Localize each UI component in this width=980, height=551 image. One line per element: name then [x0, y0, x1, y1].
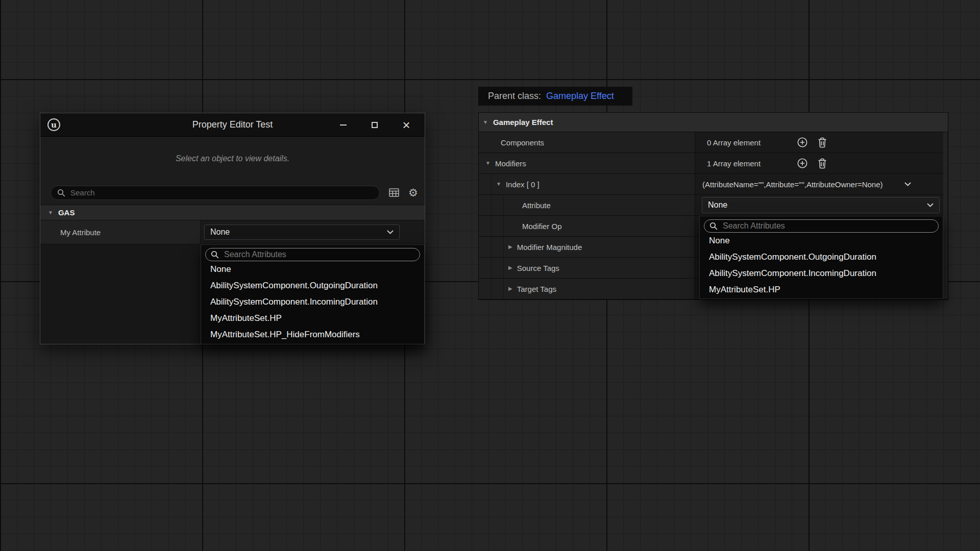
row-label-cell: Attribute — [479, 195, 695, 215]
row-my-attribute: My Attribute None — [40, 220, 425, 244]
window-titlebar[interactable]: u Property Editor Test × — [40, 113, 425, 137]
collapse-arrow-icon[interactable]: ▼ — [485, 161, 491, 166]
dropdown-item[interactable]: None — [704, 233, 939, 249]
chevron-down-icon — [927, 203, 934, 207]
row-label: Source Tags — [517, 264, 559, 272]
attribute-picker-dropdown: None AbilitySystemComponent.OutgoingDura… — [699, 216, 943, 299]
search-icon — [709, 222, 718, 230]
row-label-cell: ▶ Source Tags — [479, 258, 695, 278]
row-value-cell: 0 Array element — [695, 132, 948, 153]
row-label-cell: ▶ Target Tags — [479, 279, 695, 299]
row-value-cell: None — [695, 195, 948, 215]
minimize-button[interactable] — [338, 119, 348, 131]
details-scrollbar[interactable] — [943, 132, 947, 299]
add-element-button[interactable] — [797, 158, 808, 169]
maximize-icon — [372, 122, 378, 128]
parent-class-label: Parent class: — [488, 91, 541, 102]
expand-arrow-icon[interactable]: ▶ — [508, 286, 512, 291]
row-label: Modifier Magnitude — [517, 243, 582, 252]
property-value-cell: None — [201, 220, 425, 244]
view-options-icon[interactable] — [389, 188, 399, 197]
row-label: Modifier Op — [522, 222, 562, 231]
dropdown-item[interactable]: MyAttributeSet.HP — [704, 282, 939, 298]
row-label: Attribute — [522, 201, 551, 210]
property-editor-window: u Property Editor Test × Select an objec… — [40, 113, 425, 344]
category-label: GAS — [58, 208, 75, 217]
chevron-down-icon — [387, 230, 394, 234]
category-header-gas[interactable]: ▼ GAS — [40, 205, 425, 220]
expand-arrow-icon[interactable]: ▶ — [508, 244, 512, 249]
close-button[interactable]: × — [401, 119, 411, 131]
dropdown-item[interactable]: MyAttributeSet.HP_HideFromModifiers — [205, 327, 420, 343]
row-label-cell: Components — [479, 132, 695, 153]
search-icon — [211, 251, 219, 259]
row-index-0: ▼ Index [ 0 ] (AttributeName="",Attribut… — [479, 174, 948, 195]
minimize-icon — [340, 124, 347, 126]
collapse-arrow-icon[interactable]: ▼ — [496, 182, 501, 187]
struct-header-combobox[interactable]: (AttributeName="",Attribute="",Attribute… — [695, 174, 948, 194]
combobox-value: None — [708, 201, 727, 210]
row-label-cell: ▼ Modifiers — [479, 153, 695, 173]
window-controls: × — [338, 119, 418, 131]
struct-preview: (AttributeName="",Attribute="",Attribute… — [702, 180, 883, 189]
add-element-button[interactable] — [797, 137, 808, 148]
property-label: My Attribute — [40, 220, 201, 244]
attribute-picker-dropdown: None AbilitySystemComponent.OutgoingDura… — [201, 244, 425, 344]
row-label: Modifiers — [495, 159, 526, 168]
dropdown-item[interactable]: AbilitySystemComponent.OutgoingDuration — [704, 249, 939, 265]
chevron-down-icon — [904, 174, 911, 194]
dropdown-item[interactable]: AbilitySystemComponent.IncomingDuration — [704, 265, 939, 282]
collapse-arrow-icon: ▼ — [483, 120, 488, 125]
dropdown-item[interactable]: AbilitySystemComponent.IncomingDuration — [205, 294, 420, 310]
attribute-combobox[interactable]: None — [702, 197, 940, 213]
dropdown-search-box — [205, 248, 420, 261]
settings-gear-icon[interactable]: ⚙ — [408, 187, 418, 198]
row-label-cell: ▼ Index [ 0 ] — [479, 174, 695, 194]
details-panel: ▼ Gameplay Effect Components 0 Array ele… — [478, 112, 948, 300]
category-label: Gameplay Effect — [493, 118, 553, 127]
dropdown-search-input[interactable] — [223, 249, 414, 260]
row-modifiers: ▼ Modifiers 1 Array element — [479, 153, 948, 174]
delete-elements-button[interactable] — [817, 158, 827, 169]
maximize-button[interactable] — [370, 119, 380, 131]
category-header-gameplay-effect[interactable]: ▼ Gameplay Effect — [479, 113, 948, 132]
combobox-value: None — [210, 228, 230, 237]
parent-class-bar: Parent class: Gameplay Effect — [478, 87, 632, 106]
row-value-cell: 1 Array element — [695, 153, 948, 173]
row-label: Target Tags — [517, 285, 556, 293]
search-icon — [57, 189, 65, 197]
empty-selection-hint: Select an object to view details. — [40, 137, 425, 181]
search-box — [51, 186, 380, 200]
array-count: 1 Array element — [707, 159, 797, 168]
row-label-cell: ▶ Modifier Magnitude — [479, 237, 695, 257]
delete-elements-button[interactable] — [817, 137, 827, 148]
row-label: Index [ 0 ] — [506, 180, 540, 189]
row-attribute: Attribute None — [479, 195, 948, 216]
dropdown-item[interactable]: MyAttributeSet.HP — [205, 310, 420, 327]
dropdown-item[interactable]: AbilitySystemComponent.OutgoingDuration — [205, 278, 420, 294]
unreal-logo-icon: u — [47, 118, 60, 131]
array-count: 0 Array element — [707, 138, 797, 147]
search-input[interactable] — [69, 188, 373, 197]
expand-arrow-icon[interactable]: ▶ — [508, 265, 512, 270]
my-attribute-combobox[interactable]: None — [204, 224, 400, 240]
parent-class-link[interactable]: Gameplay Effect — [546, 91, 614, 102]
dropdown-search-input[interactable] — [722, 221, 933, 231]
row-label: Components — [501, 138, 544, 147]
row-label-cell: Modifier Op — [479, 216, 695, 236]
row-components: Components 0 Array element — [479, 132, 948, 153]
blueprint-graph-canvas[interactable]: { "colors": { "link_blue": "#4c7eff", "d… — [0, 0, 980, 551]
collapse-arrow-icon: ▼ — [48, 210, 53, 215]
close-icon: × — [402, 118, 410, 132]
dropdown-item[interactable]: None — [205, 261, 420, 278]
search-toolbar: ⚙ — [40, 181, 425, 205]
dropdown-search-box — [704, 219, 939, 233]
